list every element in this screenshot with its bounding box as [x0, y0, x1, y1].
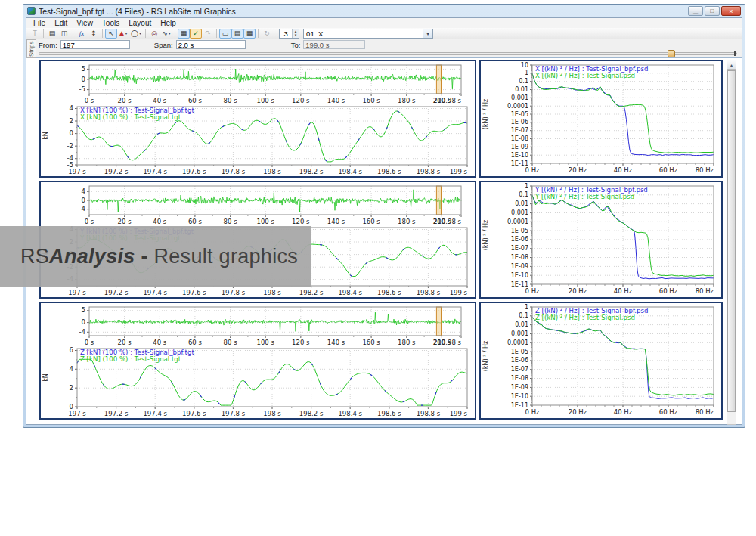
- svg-text:0 Hz: 0 Hz: [525, 166, 541, 174]
- svg-text:0: 0: [82, 197, 85, 204]
- maximize-button[interactable]: □: [705, 6, 720, 16]
- grid-view-toggle-icon[interactable]: ▦: [178, 29, 190, 39]
- menu-help[interactable]: Help: [156, 19, 181, 27]
- z-psd-chart[interactable]: 0 Hz20 Hz40 Hz60 Hz80 Hz10.10.010.0010.0…: [481, 303, 721, 418]
- x-overview-chart[interactable]: 0 s20 s40 s60 s80 s100 s120 s140 s160 s1…: [41, 61, 475, 104]
- minimize-button[interactable]: ▁: [688, 6, 703, 16]
- strips-side-tab[interactable]: Strips: [26, 39, 36, 58]
- signal-tool-icon[interactable]: ∿▾: [160, 29, 172, 39]
- layout-grid-icon[interactable]: ▦: [243, 29, 256, 39]
- svg-text:140 s: 140 s: [327, 218, 345, 225]
- span-input[interactable]: [176, 40, 246, 49]
- chart-count-spinner[interactable]: 3 ▴ ▾: [279, 29, 299, 39]
- svg-text:197.8 s: 197.8 s: [222, 289, 246, 296]
- caption-separator: -: [135, 245, 154, 268]
- scrollbar-thumb[interactable]: [727, 70, 736, 412]
- menu-bar: FileEditViewToolsLayoutHelp: [26, 18, 742, 28]
- svg-text:1E-05: 1E-05: [511, 111, 528, 118]
- time-position-trackbar[interactable]: [39, 50, 737, 57]
- svg-text:1: 1: [525, 304, 528, 311]
- svg-text:198.6 s: 198.6 s: [377, 168, 401, 175]
- scale-tool-icon[interactable]: ↕: [88, 29, 100, 39]
- to-label: To:: [291, 41, 301, 49]
- svg-text:199 s: 199 s: [450, 168, 468, 175]
- print-icon[interactable]: ▤: [46, 29, 58, 39]
- svg-text:5: 5: [82, 65, 85, 73]
- svg-text:60 Hz: 60 Hz: [659, 287, 678, 295]
- menu-view[interactable]: View: [72, 19, 98, 27]
- svg-text:2: 2: [70, 117, 73, 125]
- from-label: From:: [39, 41, 57, 49]
- marker-tool-icon[interactable]: ▲▾: [117, 29, 129, 39]
- svg-text:197.6 s: 197.6 s: [182, 168, 206, 175]
- x-psd-chart[interactable]: 0 Hz20 Hz40 Hz60 Hz80 Hz1010.10.010.0010…: [481, 61, 721, 176]
- window-body: FileEditViewToolsLayoutHelp T▤◫fx↕↖▲▾◯▾◎…: [26, 17, 742, 425]
- svg-text:120 s: 120 s: [292, 97, 310, 104]
- svg-text:197.6 s: 197.6 s: [182, 289, 206, 296]
- spinner-down-icon[interactable]: ▾: [293, 33, 299, 38]
- y-overview-chart[interactable]: 0 s20 s40 s60 s80 s100 s120 s140 s160 s1…: [41, 182, 475, 225]
- svg-text:20 s: 20 s: [118, 339, 132, 346]
- svg-text:1E-05: 1E-05: [511, 228, 528, 234]
- svg-text:-4: -4: [79, 328, 85, 336]
- svg-text:X [kN] (100 %) : Test-Signal.t: X [kN] (100 %) : Test-Signal.tgt: [80, 113, 181, 121]
- close-button[interactable]: ×: [721, 6, 741, 16]
- svg-text:160 s: 160 s: [362, 218, 380, 225]
- trackbar-groove[interactable]: [39, 52, 737, 55]
- svg-text:80 Hz: 80 Hz: [696, 287, 714, 295]
- pan-tool-icon[interactable]: ◯▾: [129, 29, 143, 39]
- svg-text:198.2 s: 198.2 s: [299, 410, 324, 417]
- caption-brand: Analysis: [49, 245, 135, 268]
- panel-x-time: 0 s20 s40 s60 s80 s100 s120 s140 s160 s1…: [39, 60, 476, 178]
- function-tool-icon[interactable]: fx: [76, 29, 88, 39]
- scroll-up-icon[interactable]: ▴: [727, 60, 736, 70]
- select-tool-icon[interactable]: ↖: [105, 29, 117, 39]
- svg-text:80 Hz: 80 Hz: [696, 166, 714, 174]
- channel-select[interactable]: 01: X ▾: [303, 29, 433, 39]
- from-input[interactable]: [60, 40, 130, 49]
- spinner-arrows[interactable]: ▴ ▾: [292, 29, 299, 38]
- print-preview-icon[interactable]: ◫: [58, 29, 70, 39]
- svg-text:20 s: 20 s: [118, 97, 132, 104]
- z-overview-chart[interactable]: 0 s20 s40 s60 s80 s100 s120 s140 s160 s1…: [41, 303, 475, 346]
- svg-text:1E-10: 1E-10: [511, 272, 528, 279]
- svg-text:0.1: 0.1: [519, 312, 528, 319]
- title-bar[interactable]: Test-Signal_bpf.tgt ... (4 Files) - RS L…: [23, 5, 745, 17]
- svg-text:80 s: 80 s: [224, 218, 238, 225]
- svg-text:Z [(kN) ² / Hz] : Test-Signal.: Z [(kN) ² / Hz] : Test-Signal.psd: [535, 314, 635, 321]
- layout-horizontal-icon[interactable]: ▤: [231, 29, 243, 39]
- curve-visibility-toggle-icon[interactable]: ✓: [190, 29, 202, 39]
- panel-x-psd: 0 Hz20 Hz40 Hz60 Hz80 Hz1010.10.010.0010…: [479, 60, 723, 178]
- svg-text:1E-06: 1E-06: [511, 357, 528, 364]
- menu-edit[interactable]: Edit: [50, 19, 72, 27]
- svg-text:197.2 s: 197.2 s: [104, 289, 129, 296]
- menu-tools[interactable]: Tools: [98, 19, 124, 27]
- z-detail-chart[interactable]: 197 s197.2 s197.4 s197.6 s197.8 s198 s19…: [41, 346, 475, 418]
- svg-text:199 s: 199 s: [450, 410, 468, 417]
- svg-text:0: 0: [70, 129, 73, 137]
- svg-text:197 s: 197 s: [68, 410, 86, 417]
- svg-text:198.8 s: 198.8 s: [417, 410, 441, 417]
- svg-text:10: 10: [521, 62, 528, 69]
- channel-select-value: 01: X: [304, 29, 423, 38]
- svg-text:2: 2: [70, 384, 73, 392]
- vertical-scrollbar[interactable]: ▴: [727, 60, 736, 425]
- zoom-tool-icon[interactable]: ◎: [148, 29, 160, 39]
- x-detail-chart[interactable]: 197 s197.2 s197.4 s197.6 s197.8 s198 s19…: [41, 104, 475, 176]
- svg-text:20 Hz: 20 Hz: [569, 287, 587, 295]
- y-psd-chart[interactable]: 0 Hz20 Hz40 Hz60 Hz80 Hz10.10.010.0010.0…: [481, 182, 721, 297]
- svg-text:198.8 s: 198.8 s: [417, 289, 441, 296]
- layout-single-icon[interactable]: ▭: [219, 29, 231, 39]
- menu-file[interactable]: File: [29, 19, 50, 27]
- svg-text:-5: -5: [67, 161, 73, 169]
- svg-text:Y [(kN) ² / Hz] : Test-Signal.: Y [(kN) ² / Hz] : Test-Signal.psd: [534, 193, 634, 200]
- menu-layout[interactable]: Layout: [124, 19, 156, 27]
- svg-text:1E-08: 1E-08: [511, 254, 528, 261]
- trackbar-thumb[interactable]: [668, 50, 675, 57]
- chevron-down-icon[interactable]: ▾: [423, 29, 432, 38]
- svg-text:198.2 s: 198.2 s: [299, 168, 324, 175]
- svg-text:60 s: 60 s: [188, 339, 203, 346]
- svg-text:60 Hz: 60 Hz: [659, 166, 678, 174]
- app-window: Test-Signal_bpf.tgt ... (4 Files) - RS L…: [23, 4, 745, 428]
- svg-text:120 s: 120 s: [292, 218, 310, 225]
